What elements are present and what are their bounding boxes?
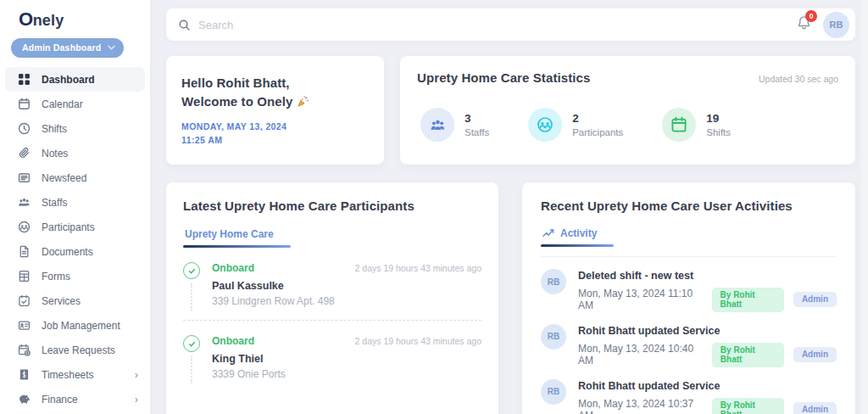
activity-title: Deleted shift - new test (578, 269, 837, 283)
by-user-badge: By Rohit Bhatt (712, 343, 784, 367)
activity-title: Rohit Bhatt updated Service (578, 379, 837, 394)
participants-card: Latest Uprety Home Care Participants Upr… (166, 182, 498, 414)
chevron-right-icon: › (135, 395, 138, 404)
participants-title: Latest Uprety Home Care Participants (183, 199, 481, 213)
stat-label: Participants (572, 127, 623, 137)
tab-uprety-home-care[interactable]: Uprety Home Care (183, 228, 286, 248)
search-icon (178, 19, 191, 31)
avatar: RB (541, 379, 566, 405)
search-input[interactable] (198, 19, 796, 31)
stat-value: 2 (572, 112, 623, 125)
participant-address: 339 Lindgren Row Apt. 498 (212, 295, 481, 307)
stat-label: Shifts (706, 127, 731, 137)
role-badge: Admin (793, 402, 837, 414)
activity-item: RB Rohit Bhatt updated Service Mon, May … (541, 367, 837, 414)
sidebar-item-participants[interactable]: Participants (5, 215, 145, 239)
user-avatar[interactable]: RB (823, 12, 849, 38)
greeting-line1: Hello Rohit Bhatt, (181, 74, 369, 92)
stat-label: Staffs (465, 127, 489, 137)
sidebar-item-label: Finance (42, 394, 78, 406)
welcome-time: 11:25 AM (181, 133, 369, 147)
tab-activity[interactable]: Activity (541, 227, 609, 247)
sidebar-item-finance[interactable]: Finance › (5, 387, 145, 411)
sidebar-item-label: Dashboard (42, 74, 95, 86)
timesheet-icon (18, 368, 31, 381)
tab-label: Uprety Home Care (185, 228, 274, 240)
stat-shifts: 19 Shifts (662, 108, 731, 142)
participant-entry: Onboard 2 days 19 hours 43 minutes ago P… (183, 248, 481, 307)
sidebar-item-forms[interactable]: Forms (5, 264, 145, 288)
statistics-title: Uprety Home Care Statistics (417, 70, 590, 85)
workspace-dropdown-label: Admin Dashboard (22, 42, 101, 53)
role-badge: Admin (793, 347, 837, 362)
welcome-date: MONDAY, MAY 13, 2024 (181, 120, 369, 133)
trending-up-icon (542, 229, 554, 238)
sidebar-item-dashboard[interactable]: Dashboard (5, 67, 145, 92)
tab-label: Activity (560, 227, 597, 239)
sidebar-item-label: Job Management (42, 320, 120, 332)
participant-time-ago: 2 days 19 hours 43 minutes ago (355, 263, 481, 273)
sidebar-item-documents[interactable]: Documents (5, 239, 145, 264)
sidebar-item-calendar[interactable]: Calendar (5, 92, 145, 116)
avatar: RB (541, 269, 566, 294)
notifications-button[interactable]: 0 (796, 14, 812, 35)
piggy-bank-icon (18, 393, 31, 406)
logo-letter: O (19, 8, 33, 31)
calendar-icon (662, 108, 696, 142)
participants-icon (18, 221, 31, 233)
logo-text: nely (33, 12, 64, 30)
sidebar-item-shifts[interactable]: Shifts (5, 116, 145, 141)
activity-timestamp: Mon, May 13, 2024 10:37 AM (578, 398, 703, 414)
calendar-check-icon (18, 294, 31, 307)
role-badge: Admin (793, 292, 837, 307)
topbar: 0 RB (166, 8, 855, 41)
activity-item: RB Deleted shift - new test Mon, May 13,… (541, 257, 837, 312)
participant-name: Paul Kassulke (212, 280, 481, 292)
sidebar-item-label: Staffs (42, 197, 67, 209)
dashboard-icon (18, 73, 31, 86)
check-circle-icon (183, 262, 200, 279)
sidebar-item-newsfeed[interactable]: Newsfeed (5, 165, 145, 190)
notification-count-badge: 0 (805, 10, 817, 22)
newspaper-icon (18, 171, 31, 184)
paperclip-icon (18, 147, 31, 159)
activities-title: Recent Uprety Home Care User Activities (541, 199, 837, 213)
workspace-dropdown-button[interactable]: Admin Dashboard (11, 38, 124, 58)
staff-group-icon (420, 108, 454, 142)
stat-value: 19 (706, 112, 731, 125)
sidebar-item-notes[interactable]: Notes (5, 141, 145, 165)
page-scrollbar[interactable] (861, 0, 868, 414)
id-card-icon (18, 319, 31, 332)
sidebar-item-staffs[interactable]: Staffs (5, 190, 145, 215)
staff-group-icon (18, 196, 31, 209)
main-content: 0 RB Hello Rohit Bhatt, Welcome to Onely… (150, 0, 868, 414)
stat-value: 3 (465, 112, 489, 125)
activity-timestamp: Mon, May 13, 2024 10:40 AM (578, 343, 703, 366)
activities-card: Recent Uprety Home Care User Activities … (522, 182, 855, 414)
by-user-badge: By Rohit Bhatt (712, 288, 784, 312)
stat-participants: 2 Participants (528, 108, 623, 142)
sidebar-item-label: Timesheets (42, 369, 94, 381)
welcome-card: Hello Rohit Bhatt, Welcome to Onely MOND… (166, 56, 384, 165)
calendar-icon (18, 98, 31, 110)
greeting-line2: Welcome to Onely (181, 92, 292, 111)
sidebar-item-leave-requests[interactable]: Leave Requests (5, 338, 145, 362)
avatar: RB (541, 324, 566, 350)
search-bar (178, 19, 796, 31)
clock-icon (18, 122, 31, 135)
statistics-updated: Updated 30 sec ago (759, 74, 838, 84)
sidebar-item-label: Participants (42, 221, 95, 233)
document-icon (18, 245, 31, 258)
sidebar: Onely Admin Dashboard Dashboard Calendar… (0, 0, 150, 414)
sidebar-nav: Dashboard Calendar Shifts Notes Newsfeed… (0, 67, 150, 414)
sidebar-item-timesheets[interactable]: Timesheets › (5, 362, 145, 387)
by-user-badge: By Rohit Bhatt (712, 398, 784, 414)
activity-item: RB Rohit Bhatt updated Service Mon, May … (541, 312, 837, 367)
participant-status: Onboard (212, 335, 254, 347)
sidebar-item-label: Notes (42, 148, 68, 159)
stat-staffs: 3 Staffs (420, 108, 489, 142)
sidebar-item-services[interactable]: Services (5, 288, 145, 313)
participant-time-ago: 2 days 19 hours 43 minutes ago (355, 336, 481, 346)
sidebar-item-job-management[interactable]: Job Management (5, 313, 145, 338)
participant-name: King Thiel (212, 353, 481, 365)
